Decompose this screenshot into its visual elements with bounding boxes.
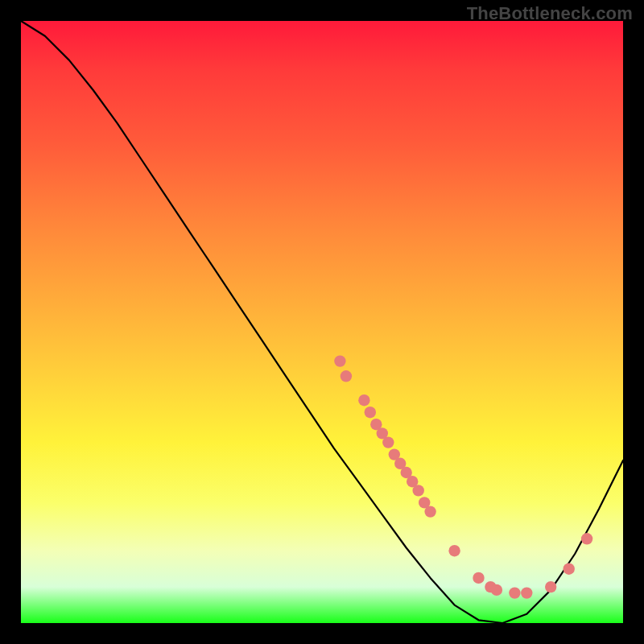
data-point — [473, 572, 484, 584]
data-point — [581, 533, 592, 544]
data-point — [341, 370, 352, 382]
plot-area — [21, 21, 623, 623]
data-point — [365, 407, 376, 418]
data-point — [545, 581, 556, 592]
data-point — [413, 485, 424, 496]
data-point — [424, 506, 436, 517]
chart-svg — [21, 21, 623, 623]
data-point — [564, 564, 575, 575]
data-point — [491, 584, 502, 596]
data-point — [509, 587, 520, 598]
data-point — [382, 436, 394, 448]
bottleneck-curve — [21, 21, 623, 623]
chart-frame: TheBottleneck.com — [0, 0, 644, 644]
data-point — [521, 587, 532, 598]
data-point — [334, 355, 345, 366]
data-point — [358, 394, 369, 406]
data-points — [334, 355, 592, 598]
data-point — [448, 545, 460, 556]
